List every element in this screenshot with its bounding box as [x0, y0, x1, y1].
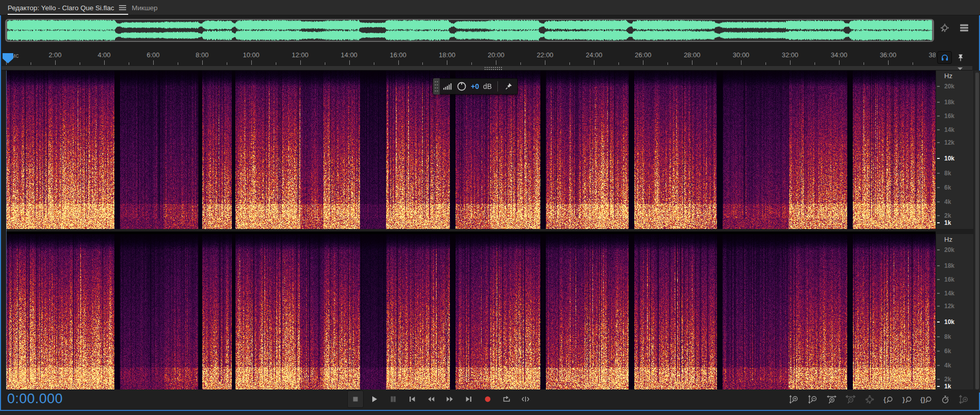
ruler-time-label: 6:00: [147, 51, 159, 59]
nav-zoom-icon[interactable]: [940, 24, 950, 32]
frequency-label: 10k: [944, 318, 954, 326]
skip-to-end-button[interactable]: [461, 390, 477, 408]
gain-value[interactable]: +0: [471, 82, 479, 90]
tab-mixer[interactable]: Микшер: [132, 0, 158, 15]
zoom-full-button[interactable]: [957, 390, 972, 408]
frequency-label: 1k: [944, 219, 951, 226]
spectrogram-right-channel[interactable]: [6, 232, 936, 393]
zoom-out-amplitude-button[interactable]: [805, 390, 821, 408]
pause-button[interactable]: [385, 390, 401, 408]
record-button[interactable]: [480, 390, 496, 408]
ruler-tick: [766, 62, 766, 65]
ruler-tick: [545, 60, 545, 65]
frequency-label: 2k: [944, 212, 951, 219]
hud-drag-grip[interactable]: [433, 78, 440, 95]
frequency-tick: [937, 102, 940, 103]
ruler-tick: [325, 62, 325, 65]
frequency-label: 10k: [944, 155, 954, 162]
ruler-tick: [815, 62, 815, 65]
gain-unit-label: dB: [483, 82, 492, 90]
svg-text:{}: {}: [920, 396, 925, 403]
frequency-tick: [937, 386, 940, 387]
track-list-icon[interactable]: [959, 24, 969, 32]
ruler-time-label: 2:00: [49, 51, 61, 59]
ruler-time-label: 24:00: [586, 51, 603, 59]
frequency-label: 12k: [944, 139, 954, 146]
frequency-scale-left: Hz 20k18k16k14k12k10k8k6k4k2k1k: [936, 71, 973, 229]
loop-playback-button[interactable]: [498, 390, 515, 408]
ruler-time-label: 22:00: [537, 51, 554, 59]
frequency-label: 20k: [944, 246, 954, 253]
scale-dropdown-icon[interactable]: [958, 67, 963, 70]
ruler-tick: [55, 60, 56, 65]
ruler-tick: [888, 60, 889, 65]
transport-timer-button[interactable]: [938, 390, 953, 408]
rewind-button[interactable]: [423, 390, 439, 408]
ruler-tick: [31, 62, 31, 65]
ruler-tick: [202, 60, 203, 65]
zoom-in-time-button[interactable]: [824, 390, 840, 408]
hud-pin-button[interactable]: [500, 82, 517, 90]
gain-hud[interactable]: +0 dB: [433, 78, 518, 95]
move-playhead-button[interactable]: [517, 390, 534, 408]
divider-grip[interactable]: [485, 67, 503, 71]
frequency-tick: [937, 279, 940, 280]
frequency-tick: [937, 306, 940, 307]
ruler-tick: [667, 62, 668, 65]
tab-editor[interactable]: Редактор: Yello - Claro Que Si.flac: [8, 0, 128, 15]
scrollbar-thumb[interactable]: [975, 73, 979, 389]
ruler-time-label: 16:00: [390, 51, 407, 59]
frequency-tick: [937, 336, 940, 337]
ruler-tick: [790, 60, 791, 65]
frequency-label: 6k: [944, 348, 951, 355]
vertical-scrollbar[interactable]: [974, 71, 980, 393]
time-display[interactable]: 0:00.000: [7, 391, 63, 407]
pin-ruler-icon[interactable]: [957, 54, 964, 62]
ruler-tick: [129, 62, 129, 65]
ruler-time-label: 20:00: [488, 51, 505, 59]
frequency-scale-right: Hz 20k18k16k14k12k10k8k6k4k2k1k: [936, 234, 973, 393]
frequency-label: 18k: [944, 99, 954, 106]
frequency-label: 18k: [944, 262, 954, 269]
ruler-time-label: 36:00: [880, 51, 897, 59]
zoom-out-time-button[interactable]: [843, 390, 858, 408]
zoom-reset-button[interactable]: [862, 390, 877, 408]
panel-tab-bar: Редактор: Yello - Claro Que Si.flac Микш…: [0, 0, 980, 15]
svg-text:}: }: [902, 396, 905, 403]
tab-mixer-label: Микшер: [132, 4, 158, 12]
frequency-tick: [937, 215, 940, 216]
overview-navigator[interactable]: [5, 19, 934, 42]
ruler-tick: [643, 60, 643, 65]
frequency-tick: [937, 201, 940, 202]
playhead-line: [6, 71, 7, 390]
frequency-tick: [937, 142, 940, 143]
ruler-tick: [374, 62, 374, 65]
stop-button[interactable]: [347, 390, 364, 408]
zoom-to-selection-button[interactable]: {}: [919, 390, 934, 408]
ruler-time-label: 32:00: [782, 51, 799, 59]
transport-bar: 0:00.000 { } {}: [1, 389, 979, 410]
volume-bars-icon: [443, 83, 452, 90]
ruler-time-label: 34:00: [831, 51, 848, 59]
panel-menu-icon[interactable]: [119, 4, 126, 11]
zoom-in-amplitude-button[interactable]: [786, 390, 802, 408]
ruler-time-label: 10:00: [243, 51, 259, 59]
skip-to-start-button[interactable]: [404, 390, 420, 408]
ruler-tick: [569, 62, 570, 65]
gain-knob-icon[interactable]: [457, 81, 467, 91]
zoom-to-out-point-button[interactable]: }: [900, 390, 915, 408]
timeline-ruler[interactable]: чмс 2:004:006:008:0010:0012:0014:0016:00…: [6, 49, 936, 65]
frequency-tick: [937, 365, 940, 366]
ruler-tick: [839, 60, 840, 65]
monitor-headphones-button[interactable]: [937, 51, 952, 64]
frequency-label: 8k: [944, 170, 951, 177]
overview-waveform-canvas[interactable]: [7, 20, 932, 41]
frequency-label: 4k: [944, 198, 951, 205]
frequency-tick: [937, 321, 940, 322]
ruler-time-label: 26:00: [635, 51, 652, 59]
play-button[interactable]: [366, 390, 383, 408]
frequency-label: 8k: [944, 333, 951, 340]
ruler-tick: [913, 62, 913, 65]
zoom-to-in-point-button[interactable]: {: [881, 390, 896, 408]
fast-forward-button[interactable]: [442, 390, 458, 408]
